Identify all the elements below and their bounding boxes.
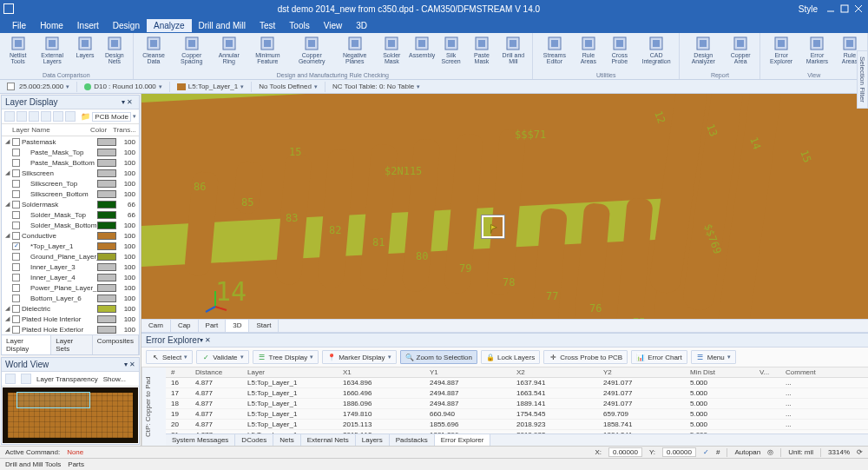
menu-drill-and-mill[interactable]: Drill and Mill: [192, 19, 253, 32]
layer-row[interactable]: ◢Plated Hole Interior100: [2, 314, 139, 324]
layer-visibility-check[interactable]: [12, 201, 20, 209]
ribbon-copper-geometry[interactable]: Copper Geometry: [291, 35, 333, 71]
canvas-tab-cap[interactable]: Cap: [171, 320, 199, 332]
layer-row[interactable]: Silkscreen_Top100: [2, 178, 139, 189]
color-swatch[interactable]: [97, 253, 116, 261]
color-swatch[interactable]: [97, 263, 116, 271]
ee-col-header[interactable]: V...: [760, 368, 786, 376]
menu-file[interactable]: File: [5, 19, 33, 32]
layer-visibility-check[interactable]: [12, 138, 20, 146]
style-label[interactable]: Style: [799, 4, 818, 14]
ribbon-rule-areas[interactable]: Rule Areas: [575, 35, 602, 71]
world-view-canvas[interactable]: [3, 387, 138, 443]
color-swatch[interactable]: [97, 159, 116, 167]
layer-row[interactable]: ◢Conductive100: [2, 230, 139, 241]
layer-row[interactable]: Power_Plane_Layer_5100: [2, 282, 139, 293]
layer-visibility-check[interactable]: [12, 274, 20, 281]
tool-btn[interactable]: [53, 111, 63, 122]
ee-lock-btn[interactable]: 🔒Lock Layers: [481, 350, 540, 364]
grid-zoom[interactable]: 25.000:25.000: [19, 83, 63, 90]
ee-side-tab[interactable]: CtP: Copper to Pad: [141, 367, 166, 446]
ee-menu-btn[interactable]: ☰Menu▾: [691, 350, 736, 364]
minimize-icon[interactable]: [825, 3, 837, 15]
layer-visibility-check[interactable]: [12, 326, 20, 334]
tool-btn[interactable]: [16, 111, 27, 122]
wv-btn[interactable]: [21, 374, 31, 384]
ee-tab-padstacks[interactable]: Padstacks: [390, 434, 435, 446]
ribbon-annular-ring[interactable]: Annular Ring: [213, 35, 245, 71]
close-icon[interactable]: [852, 3, 865, 15]
ee-col-header[interactable]: #: [166, 368, 195, 376]
ribbon-netlist-tools[interactable]: Netlist Tools: [3, 35, 32, 71]
active-layer[interactable]: L5:Top_Layer_1: [188, 83, 238, 90]
menu-view[interactable]: View: [317, 19, 350, 32]
layer-visibility-check[interactable]: [12, 295, 20, 302]
status-tools[interactable]: Drill and Mill Tools: [5, 460, 61, 468]
color-swatch[interactable]: [97, 295, 116, 302]
ribbon-error-markers[interactable]: Error Markers: [800, 35, 834, 71]
dcode-value[interactable]: D10 : Round 10.000: [94, 83, 156, 90]
ee-col-header[interactable]: Layer: [247, 368, 343, 376]
ribbon-solder-mask[interactable]: Solder Mask: [376, 35, 407, 71]
canvas-tab-start[interactable]: Start: [249, 320, 279, 332]
wv-layer-trans[interactable]: Layer Transparency: [36, 375, 98, 383]
layer-visibility-check[interactable]: [12, 232, 20, 240]
chevron-down-icon[interactable]: ▾: [314, 83, 318, 90]
ribbon-external-layers[interactable]: External Layers: [34, 35, 70, 71]
expand-icon[interactable]: ◢: [3, 232, 10, 239]
layer-row[interactable]: Ground_Plane_Layer_2100: [2, 251, 139, 261]
grid-check[interactable]: [7, 83, 15, 90]
zoom-level[interactable]: 3314%: [828, 448, 850, 456]
layer-visibility-check[interactable]: [12, 305, 20, 313]
autopan-toggle[interactable]: Autopan: [734, 448, 760, 456]
ee-tree-btn[interactable]: ☰Tree Display▾: [253, 350, 319, 364]
ee-chart-btn[interactable]: 📊Error Chart: [631, 350, 687, 364]
ee-row[interactable]: 174.877L5:Top_Layer_11660.4962494.887166…: [166, 388, 868, 399]
selection-filter-tab[interactable]: Selection Filter: [857, 50, 868, 109]
menu-tools[interactable]: Tools: [282, 19, 316, 32]
layer-row[interactable]: ◢Dielectric100: [2, 303, 139, 314]
ee-tab-nets[interactable]: Nets: [273, 434, 300, 446]
chevron-down-icon[interactable]: ▾: [159, 83, 162, 90]
expand-icon[interactable]: ◢: [3, 169, 10, 176]
ribbon-design-nets[interactable]: Design Nets: [100, 35, 129, 71]
layer-visibility-check[interactable]: [12, 149, 20, 156]
expand-icon[interactable]: ◢: [3, 305, 10, 312]
maximize-icon[interactable]: [838, 3, 851, 15]
ee-cross-btn[interactable]: ✛Cross Probe to PCB: [543, 350, 628, 364]
ee-tab-external-nets[interactable]: External Nets: [301, 434, 356, 446]
ribbon-paste-mask[interactable]: Paste Mask: [467, 35, 496, 71]
app-menu-icon[interactable]: [3, 3, 14, 14]
layer-visibility-check[interactable]: [12, 169, 20, 177]
ee-tab-dcodes[interactable]: DCodes: [235, 434, 273, 446]
color-swatch[interactable]: [97, 222, 116, 229]
ribbon-assembly[interactable]: Assembly: [409, 35, 435, 71]
ee-zoom-btn[interactable]: 🔍Zoom to Selection: [400, 350, 477, 364]
layer-row[interactable]: Silkscreen_Bottom100: [2, 189, 139, 199]
color-swatch[interactable]: [97, 149, 116, 156]
layer-visibility-check[interactable]: [12, 159, 20, 167]
color-swatch[interactable]: [97, 305, 116, 313]
layer-row[interactable]: Paste_Mask_Top100: [2, 147, 139, 157]
main-canvas[interactable]: 15 86 85 83 82 81 80 79 78 77 76 75 74 1…: [141, 94, 868, 319]
menu-insert[interactable]: Insert: [70, 19, 106, 32]
ribbon-error-explorer[interactable]: Error Explorer: [764, 35, 799, 71]
layer-row[interactable]: Paste_Mask_Bottom100: [2, 157, 139, 168]
layer-tree[interactable]: ◢Pastemask100Paste_Mask_Top100Paste_Mask…: [2, 136, 139, 334]
expand-icon[interactable]: ◢: [3, 201, 10, 208]
folder-icon[interactable]: 📁: [81, 112, 90, 121]
color-swatch[interactable]: [97, 284, 116, 292]
ribbon-copper-area[interactable]: Copper Area: [725, 35, 756, 71]
layer-visibility-check[interactable]: [12, 180, 20, 188]
color-swatch[interactable]: [97, 326, 116, 334]
color-swatch[interactable]: [97, 211, 116, 219]
layer-visibility-check[interactable]: [12, 242, 20, 250]
unit-label[interactable]: Unit: mil: [788, 448, 813, 456]
color-swatch[interactable]: [97, 232, 116, 240]
color-swatch[interactable]: [97, 180, 116, 188]
canvas-tab-3d[interactable]: 3D: [226, 320, 249, 332]
color-swatch[interactable]: [97, 201, 116, 209]
layer-visibility-check[interactable]: [12, 190, 20, 198]
chevron-down-icon[interactable]: ▾: [133, 113, 136, 120]
menu-design[interactable]: Design: [106, 19, 147, 32]
